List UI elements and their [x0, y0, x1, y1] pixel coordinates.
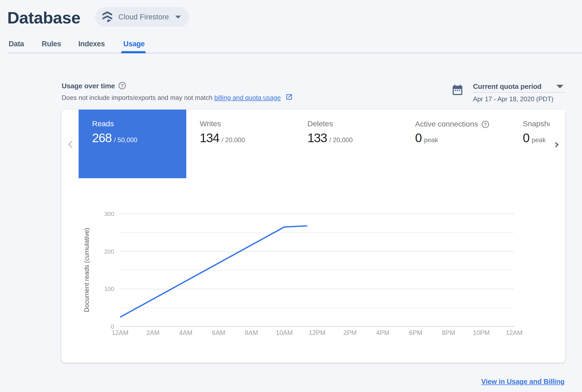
metric-value: 0: [523, 131, 529, 145]
metric-tab-active-connections[interactable]: Active connections ? 0peak: [402, 110, 509, 178]
x-tick-label: 8PM: [442, 329, 455, 336]
page-title: Database: [7, 9, 80, 26]
metric-peak: peak: [424, 136, 438, 144]
tab-rules[interactable]: Rules: [42, 40, 61, 48]
calendar-icon: [453, 84, 462, 96]
metric-value: 133: [307, 131, 327, 145]
metric-label: Reads: [92, 120, 186, 128]
metric-value: 134: [200, 131, 219, 145]
x-tick-label: 8AM: [245, 329, 258, 336]
metric-value-row: 133/ 20,000: [307, 132, 353, 144]
metric-tab-reads[interactable]: Reads 268/ 50,000: [79, 110, 186, 178]
svg-text:?: ?: [121, 83, 124, 89]
section-subtitle: Does not include imports/exports and may…: [62, 94, 281, 101]
metrics-scroll-left-icon[interactable]: [68, 141, 72, 148]
tab-data[interactable]: Data: [9, 40, 24, 48]
quota-caret-icon[interactable]: [556, 85, 564, 88]
y-tick-label: 100: [104, 286, 114, 292]
metric-tab-writes[interactable]: Writes 134/ 20,000: [186, 110, 294, 178]
tab-active-indicator: [121, 51, 146, 53]
metric-value-row: 134/ 20,000: [200, 132, 245, 144]
x-tick-label: 10AM: [276, 329, 293, 336]
x-tick-label: 2PM: [343, 329, 356, 336]
metrics-scroll-right-icon[interactable]: [554, 142, 559, 148]
x-tick-label: 4PM: [376, 329, 389, 336]
y-tick-label: 200: [104, 248, 114, 255]
x-tick-label: 12AM: [112, 329, 129, 336]
metric-peak: peak: [532, 136, 546, 144]
product-caret-icon: [175, 16, 181, 19]
metric-quota: / 20,000: [222, 136, 245, 144]
quota-divider: [473, 92, 566, 93]
metric-value-row: 0peak: [415, 132, 438, 144]
svg-text:?: ?: [484, 122, 487, 127]
x-tick-label: 6AM: [212, 329, 225, 336]
metric-tab-snapshot-listeners[interactable]: Snapshot listeners 0peak: [509, 110, 550, 178]
usage-help-icon[interactable]: ?: [118, 82, 126, 89]
external-link-icon[interactable]: [286, 93, 293, 100]
x-tick-label: 6PM: [409, 329, 422, 336]
section-title: Usage over time: [62, 82, 115, 89]
y-tick-label: 300: [104, 211, 114, 217]
x-tick-label: 2AM: [146, 329, 159, 336]
quota-period-dropdown[interactable]: Current quota period: [473, 83, 542, 90]
metric-quota: / 20,000: [329, 136, 353, 144]
active-connections-help-icon[interactable]: ?: [482, 121, 489, 128]
quota-period-range: Apr 17 - Apr 18, 2020 (PDT): [473, 96, 553, 102]
y-axis-title: Document reads (cumulative): [83, 228, 90, 312]
view-usage-billing-link[interactable]: View in Usage and Billing: [478, 378, 565, 385]
metric-quota: / 50,000: [114, 136, 137, 144]
metric-label: Writes: [200, 120, 294, 128]
firestore-icon: [102, 11, 112, 23]
product-selector-label: Cloud Firestore: [118, 13, 169, 21]
metric-tab-deletes[interactable]: Deletes 133/ 20,000: [294, 110, 402, 178]
x-tick-label: 4AM: [179, 329, 192, 336]
metric-label-row: Active connections ?: [415, 120, 509, 128]
metric-label: Snapshot listeners: [523, 120, 550, 128]
product-selector[interactable]: Cloud Firestore: [95, 7, 189, 27]
metric-value-row: 268/ 50,000: [92, 132, 137, 144]
metric-label: Deletes: [307, 120, 402, 128]
usage-card: Reads 268/ 50,000 Writes 134/ 20,000 Del…: [61, 110, 565, 363]
tab-indexes[interactable]: Indexes: [78, 40, 105, 48]
metric-value: 0: [415, 131, 422, 145]
metric-value: 268: [92, 131, 111, 145]
x-tick-label: 12AM: [506, 329, 523, 336]
tabs-divider: [7, 53, 582, 53]
x-tick-label: 10PM: [473, 329, 490, 336]
x-tick-label: 12PM: [309, 329, 326, 336]
billing-quota-link[interactable]: billing and quota usage: [214, 94, 281, 101]
metric-label: Active connections: [415, 120, 478, 128]
reads-series-line: [120, 226, 307, 317]
usage-chart: 010020030012AM2AM4AM6AM8AM10AM12PM2PM4PM…: [61, 178, 565, 345]
tab-usage[interactable]: Usage: [123, 40, 145, 48]
metrics-viewport: Reads 268/ 50,000 Writes 134/ 20,000 Del…: [79, 110, 550, 178]
metric-value-row: 0peak: [523, 132, 546, 144]
